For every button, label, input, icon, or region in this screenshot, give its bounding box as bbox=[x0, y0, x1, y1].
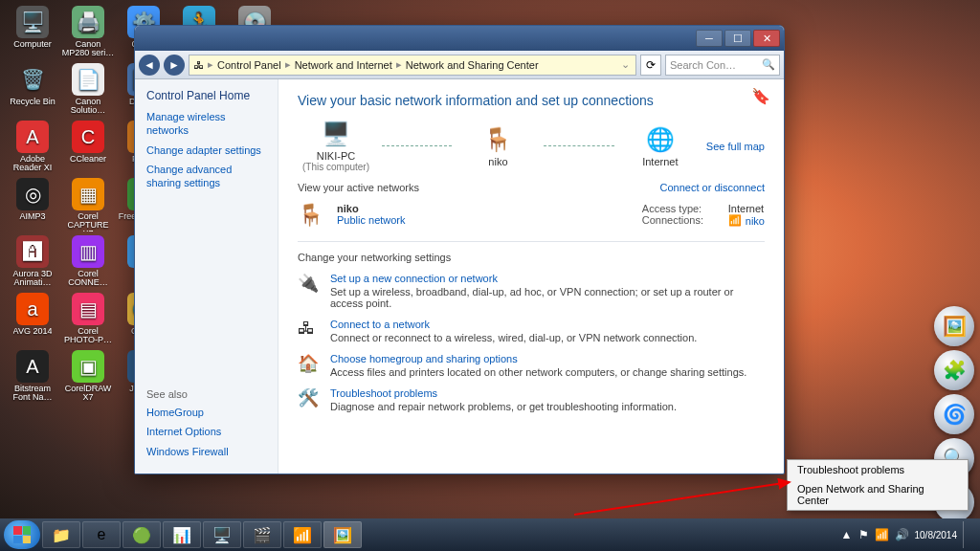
sidebar-link[interactable]: Manage wireless networks bbox=[146, 110, 266, 138]
search-input[interactable]: Search Con… 🔍 bbox=[665, 55, 780, 76]
connection-link[interactable]: 📶niko bbox=[728, 214, 765, 227]
taskbar-button[interactable]: 📊 bbox=[163, 521, 201, 548]
page-title: View your basic network information and … bbox=[298, 93, 765, 108]
desktop-icon[interactable]: 🖨️Canon MP280 seri… bbox=[61, 6, 115, 63]
app-icon: 🅰 bbox=[16, 235, 49, 268]
setting-description: Diagnose and repair network problems, or… bbox=[330, 401, 677, 412]
signal-icon: 📶 bbox=[728, 214, 742, 227]
app-icon: ▥ bbox=[72, 235, 104, 268]
setting-description: Access files and printers located on oth… bbox=[330, 366, 746, 378]
address-bar[interactable]: 🖧▸ Control Panel▸ Network and Internet▸ … bbox=[189, 55, 636, 76]
desktop-icon[interactable]: 🗑️Recycle Bin bbox=[6, 63, 59, 121]
globe-icon: 🌐 bbox=[644, 125, 677, 154]
setting-title-link[interactable]: Troubleshoot problems bbox=[330, 387, 677, 399]
show-desktop-button[interactable] bbox=[963, 521, 970, 548]
sidebar-link[interactable]: Change adapter settings bbox=[146, 143, 266, 157]
taskbar: 📁e🟢📊🖥️🎬📶🖼️ ▲⚑📶🔊 10/8/2014 bbox=[0, 518, 980, 551]
maximize-button[interactable]: ☐ bbox=[724, 30, 751, 47]
back-button[interactable]: ◄ bbox=[139, 55, 160, 76]
app-icon: C bbox=[72, 121, 104, 153]
close-button[interactable]: ✕ bbox=[753, 30, 780, 47]
app-icon: ▤ bbox=[72, 293, 104, 325]
settings-header: Change your networking settings bbox=[298, 252, 765, 263]
desktop-icon[interactable]: 📄Canon Solutio… bbox=[61, 63, 115, 121]
gadget-orb[interactable]: 🧩 bbox=[934, 350, 974, 390]
app-icon: A bbox=[16, 350, 49, 383]
annotation-arrow bbox=[574, 478, 804, 517]
breadcrumb[interactable]: Network and Sharing Center bbox=[402, 59, 543, 71]
desktop-icon[interactable]: 🖥️Computer bbox=[6, 6, 59, 63]
setting-title-link[interactable]: Choose homegroup and sharing options bbox=[330, 353, 746, 364]
desktop-icon[interactable]: AAdobe Reader XI bbox=[6, 121, 59, 178]
taskbar-button[interactable]: 🖼️ bbox=[323, 521, 362, 548]
desktop-icon[interactable]: aAVG 2014 bbox=[6, 293, 59, 350]
app-icon: ▦ bbox=[72, 178, 104, 210]
refresh-button[interactable]: ⟳ bbox=[640, 55, 661, 76]
icon-label: AVG 2014 bbox=[13, 327, 53, 336]
sidebar: Control Panel Home Manage wireless netwo… bbox=[135, 79, 278, 474]
menu-item-troubleshoot[interactable]: Troubleshoot problems bbox=[788, 460, 968, 479]
breadcrumb[interactable]: Control Panel bbox=[213, 59, 285, 71]
icon-label: CCleaner bbox=[70, 155, 106, 164]
computer-icon: 🖥️ bbox=[320, 120, 352, 148]
icon-label: Corel CONNE… bbox=[61, 270, 115, 287]
tray-context-menu: Troubleshoot problems Open Network and S… bbox=[787, 459, 969, 511]
taskbar-button[interactable]: e bbox=[82, 521, 121, 548]
tray-icon[interactable]: 📶 bbox=[875, 528, 889, 541]
clock[interactable]: 10/8/2014 bbox=[915, 530, 958, 540]
desktop-icon[interactable]: ▦Corel CAPTURE X7 bbox=[61, 178, 115, 235]
see-also-link[interactable]: Internet Options bbox=[146, 425, 266, 438]
desktop-icon[interactable]: ▤Corel PHOTO-P… bbox=[61, 293, 115, 350]
gadget-orb[interactable]: 🌀 bbox=[934, 394, 974, 434]
bookmark-icon[interactable]: 🔖 bbox=[751, 87, 770, 105]
tray-icon[interactable]: ⚑ bbox=[858, 528, 869, 541]
breadcrumb[interactable]: Network and Internet bbox=[291, 59, 396, 71]
start-button[interactable] bbox=[4, 520, 40, 549]
icon-label: Canon MP280 seri… bbox=[61, 40, 115, 57]
desktop-icon[interactable]: ▥Corel CONNE… bbox=[61, 235, 115, 293]
forward-button[interactable]: ► bbox=[164, 55, 185, 76]
app-icon: a bbox=[16, 293, 49, 325]
taskbar-button[interactable]: 🎬 bbox=[243, 521, 281, 548]
setting-title-link[interactable]: Set up a new connection or network bbox=[330, 273, 765, 284]
tray-icon[interactable]: 🔊 bbox=[895, 528, 909, 541]
see-also-link[interactable]: Windows Firewall bbox=[146, 445, 266, 458]
icon-label: AIMP3 bbox=[19, 212, 45, 221]
title-bar: ─ ☐ ✕ bbox=[135, 26, 784, 51]
bench-icon: 🪑 bbox=[481, 125, 514, 154]
setting-icon: 🛠️ bbox=[298, 387, 319, 408]
taskbar-button[interactable]: 📁 bbox=[42, 521, 80, 548]
app-icon: 🖨️ bbox=[72, 6, 104, 38]
svg-line-0 bbox=[574, 482, 790, 515]
taskbar-button[interactable]: 🟢 bbox=[122, 521, 161, 548]
desktop-icon[interactable]: CCCleaner bbox=[61, 121, 115, 178]
gadget-orb[interactable]: 🖼️ bbox=[934, 306, 974, 346]
icon-label: CorelDRAW X7 bbox=[61, 385, 115, 402]
app-icon: ◎ bbox=[16, 178, 49, 210]
desktop-icon[interactable]: ABitstream Font Na… bbox=[6, 350, 59, 408]
menu-item-open-sharing-center[interactable]: Open Network and Sharing Center bbox=[788, 479, 968, 510]
setting-item: 🔌Set up a new connection or networkSet u… bbox=[298, 273, 765, 309]
tray-icon[interactable]: ▲ bbox=[841, 528, 853, 541]
desktop-icon[interactable]: 🅰Aurora 3D Animati… bbox=[6, 235, 59, 293]
network-type-link[interactable]: Public network bbox=[337, 214, 406, 226]
setting-title-link[interactable]: Connect to a network bbox=[330, 319, 697, 330]
see-also-link[interactable]: HomeGroup bbox=[146, 406, 266, 419]
icon-label: Corel PHOTO-P… bbox=[61, 327, 115, 344]
map-internet: 🌐 Internet bbox=[622, 125, 699, 167]
minimize-button[interactable]: ─ bbox=[696, 30, 723, 47]
map-router: 🪑 niko bbox=[459, 125, 536, 167]
connect-disconnect-link[interactable]: Connect or disconnect bbox=[660, 182, 765, 193]
active-networks-header: View your active networks bbox=[298, 182, 419, 193]
setting-icon: 🏠 bbox=[298, 353, 319, 374]
address-dropdown-icon[interactable]: ⌄ bbox=[615, 58, 635, 71]
taskbar-button[interactable]: 📶 bbox=[283, 521, 322, 548]
desktop-icon[interactable]: ▣CorelDRAW X7 bbox=[61, 350, 115, 408]
taskbar-button[interactable]: 🖥️ bbox=[203, 521, 241, 548]
sidebar-link[interactable]: Change advanced sharing settings bbox=[146, 163, 266, 190]
see-full-map-link[interactable]: See full map bbox=[706, 141, 765, 152]
main-content: 🔖 View your basic network information an… bbox=[278, 79, 784, 474]
search-icon: 🔍 bbox=[762, 58, 775, 71]
desktop-icon[interactable]: ◎AIMP3 bbox=[6, 178, 59, 235]
icon-label: Aurora 3D Animati… bbox=[6, 270, 59, 287]
